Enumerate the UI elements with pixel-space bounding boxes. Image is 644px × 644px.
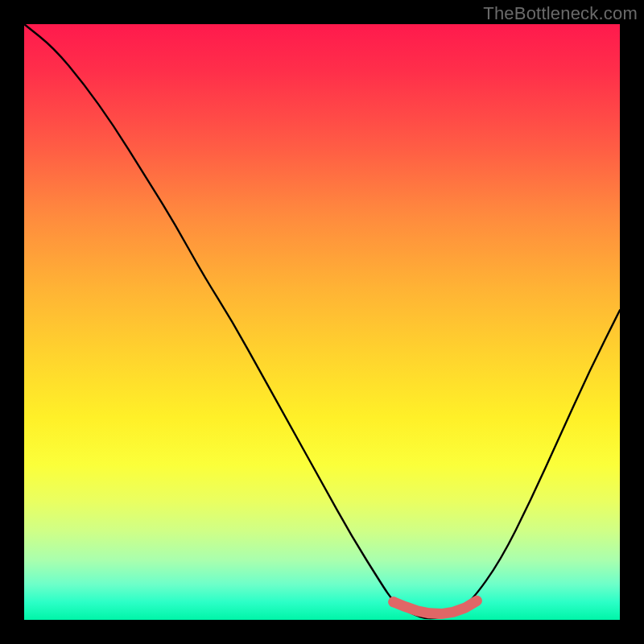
optimal-range <box>388 597 477 613</box>
plot-area <box>24 24 620 620</box>
optimal-range-segment <box>394 601 477 613</box>
bottleneck-curve <box>24 24 620 618</box>
curve-layer <box>24 24 620 620</box>
chart-container: TheBottleneck.com <box>0 0 644 644</box>
watermark-text: TheBottleneck.com <box>483 3 638 24</box>
